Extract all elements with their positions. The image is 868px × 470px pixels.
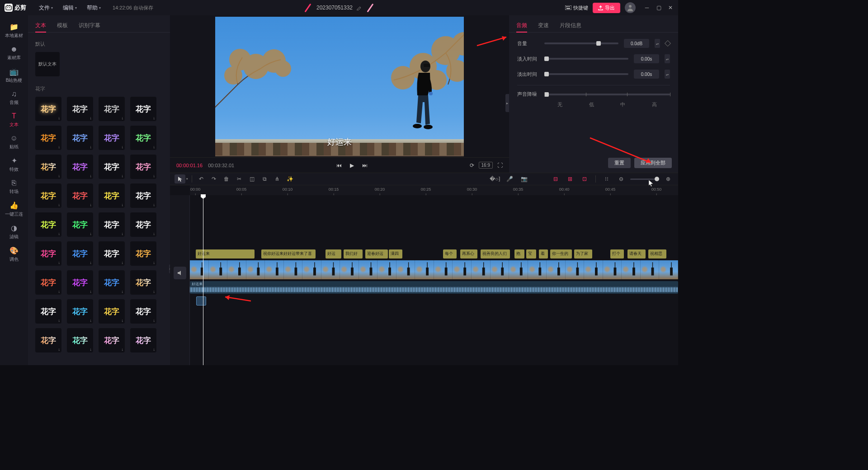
delete-button[interactable]: 🗑 — [221, 174, 232, 183]
text-style-card[interactable]: 花字↓ — [67, 97, 93, 121]
right-tab-2[interactable]: 片段信息 — [560, 19, 581, 32]
asset-tab-2[interactable]: 识别字幕 — [79, 19, 100, 32]
zoom-out-button[interactable]: ⊖ — [616, 174, 627, 183]
hotkey-button[interactable]: 快捷键 — [565, 5, 588, 11]
volume-spinner[interactable]: ▴▾ — [655, 39, 660, 48]
split-button[interactable]: ✂ — [234, 174, 245, 183]
subtitle-clip[interactable]: 抱 — [514, 249, 524, 258]
text-style-card[interactable]: 花字↓ — [99, 241, 125, 266]
subtitle-clip[interactable]: 每个 — [443, 249, 457, 258]
text-style-card[interactable]: 花字↓ — [35, 97, 61, 121]
next-button[interactable]: ⏭ — [362, 162, 368, 169]
sidebar-item-6[interactable]: ✦特效 — [3, 154, 25, 175]
text-style-card[interactable]: 花字↓ — [35, 241, 61, 266]
track-mute-button[interactable] — [174, 267, 186, 279]
video-track[interactable] — [190, 260, 678, 279]
reset-button[interactable]: 重置 — [608, 158, 631, 168]
text-style-card[interactable]: 花字↓ — [99, 328, 125, 352]
audio-track[interactable]: 好运来 — [190, 281, 678, 294]
subtitle-clip[interactable]: 祝相思 — [648, 249, 666, 258]
subtitle-clip[interactable]: 你一生的 — [550, 249, 572, 258]
export-button[interactable]: 导出 — [593, 3, 620, 13]
crop-button[interactable]: ◫ — [246, 174, 257, 183]
text-style-card[interactable]: 花字↓ — [99, 126, 125, 150]
text-style-card[interactable]: 花字↓ — [99, 97, 125, 121]
snap-1-icon[interactable]: ⊟ — [550, 174, 561, 183]
loop-icon[interactable]: ⟳ — [470, 162, 474, 169]
sidebar-item-0[interactable]: 📁本地素材 — [3, 20, 25, 42]
prev-button[interactable]: ⏮ — [336, 162, 342, 169]
noise-slider[interactable] — [544, 94, 670, 95]
subtitle-clip[interactable]: 再系心 — [460, 249, 477, 258]
text-style-card[interactable]: 花字↓ — [67, 183, 93, 208]
project-name[interactable]: 202307051332 — [316, 5, 353, 11]
text-style-card[interactable]: 花字↓ — [130, 270, 156, 295]
retime-button[interactable]: ⋔ — [272, 174, 283, 183]
text-style-card[interactable]: 花字↓ — [130, 183, 156, 208]
fullscreen-icon[interactable]: ⛶ — [497, 162, 503, 169]
right-tab-1[interactable]: 变速 — [538, 19, 549, 32]
text-style-card[interactable]: 花字↓ — [99, 183, 125, 208]
auto-caption-button[interactable]: �○⁆ — [490, 174, 500, 183]
sidebar-item-1[interactable]: ☻素材库 — [3, 42, 25, 64]
sidebar-item-7[interactable]: ⎘转场 — [3, 176, 25, 197]
subtitle-clip[interactable]: 我们好 — [344, 249, 363, 258]
maximize-button[interactable]: ▢ — [656, 5, 662, 11]
text-style-card[interactable]: 花字↓ — [67, 126, 93, 150]
volume-slider[interactable] — [544, 42, 618, 44]
magnet-icon[interactable]: ⁝⁝ — [601, 174, 612, 183]
subtitle-clip[interactable]: 祝善良的人们 — [481, 249, 510, 258]
text-style-card[interactable]: 花字↓ — [67, 241, 93, 266]
sidebar-item-8[interactable]: 👍一键三连 — [3, 198, 25, 220]
cursor-tool[interactable] — [175, 174, 185, 183]
playhead[interactable] — [203, 195, 203, 365]
menu-help[interactable]: 帮助▾ — [83, 2, 104, 14]
subtitle-clip[interactable]: 请春天 — [627, 249, 646, 258]
edit-name-icon[interactable] — [356, 5, 362, 10]
text-style-card[interactable]: 花字↓ — [35, 183, 61, 208]
record-button[interactable]: 🎤 — [504, 174, 515, 183]
subtitle-clip[interactable]: 打个 — [610, 249, 624, 258]
apply-all-button[interactable]: 应用到全部 — [634, 158, 672, 168]
undo-button[interactable]: ↶ — [196, 174, 207, 183]
default-text-card[interactable]: 默认文本 — [35, 52, 60, 76]
volume-value[interactable]: 0.0dB — [624, 39, 649, 48]
sidebar-item-2[interactable]: 📺B站热梗 — [3, 65, 25, 86]
text-style-card[interactable]: 花字↓ — [67, 155, 93, 179]
video-preview[interactable]: 好运来 — [215, 17, 464, 156]
asset-tab-1[interactable]: 模板 — [57, 19, 68, 32]
text-style-card[interactable]: 花字↓ — [99, 155, 125, 179]
text-style-card[interactable]: 花字↓ — [130, 97, 156, 121]
asset-tab-0[interactable]: 文本 — [35, 19, 46, 32]
sidebar-item-4[interactable]: T文本 — [3, 109, 25, 131]
fadeout-value[interactable]: 0.00s — [634, 70, 659, 79]
collapse-right-panel[interactable]: ▸ — [505, 94, 509, 112]
text-clip[interactable] — [196, 296, 206, 306]
camera-button[interactable]: 📷 — [519, 174, 529, 183]
close-button[interactable]: ✕ — [667, 5, 674, 11]
text-style-card[interactable]: 花字↓ — [130, 126, 156, 150]
subtitle-clip[interactable]: 好运来 — [196, 249, 255, 258]
text-style-card[interactable]: 花字↓ — [35, 299, 61, 324]
subtitle-clip[interactable]: 宝 — [526, 249, 536, 258]
fadeout-slider[interactable] — [544, 73, 628, 75]
menu-edit[interactable]: 编辑▾ — [59, 2, 80, 14]
sidebar-item-10[interactable]: 🎨调色 — [3, 244, 25, 265]
volume-keyframe[interactable] — [665, 40, 671, 47]
menu-file[interactable]: 文件▾ — [35, 2, 57, 14]
snap-2-icon[interactable]: ⊞ — [565, 174, 576, 183]
fadein-value[interactable]: 0.00s — [634, 54, 659, 63]
text-style-card[interactable]: 花字↓ — [99, 270, 125, 295]
fadein-spinner[interactable]: ▴▾ — [665, 54, 670, 63]
text-style-card[interactable]: 花字↓ — [35, 155, 61, 179]
text-style-card[interactable]: 花字↓ — [35, 212, 61, 237]
sidebar-item-3[interactable]: ♫音频 — [3, 87, 25, 108]
magic-button[interactable]: ✨ — [284, 174, 295, 183]
text-style-card[interactable]: 花字↓ — [35, 270, 61, 295]
zoom-in-button[interactable]: ⊕ — [663, 174, 674, 183]
text-style-card[interactable]: 花字↓ — [99, 299, 125, 324]
aspect-ratio[interactable]: 16:9 — [479, 162, 493, 169]
zoom-slider[interactable] — [630, 179, 659, 180]
text-style-card[interactable]: 花字↓ — [35, 328, 61, 352]
text-style-card[interactable]: 花字↓ — [130, 212, 156, 237]
